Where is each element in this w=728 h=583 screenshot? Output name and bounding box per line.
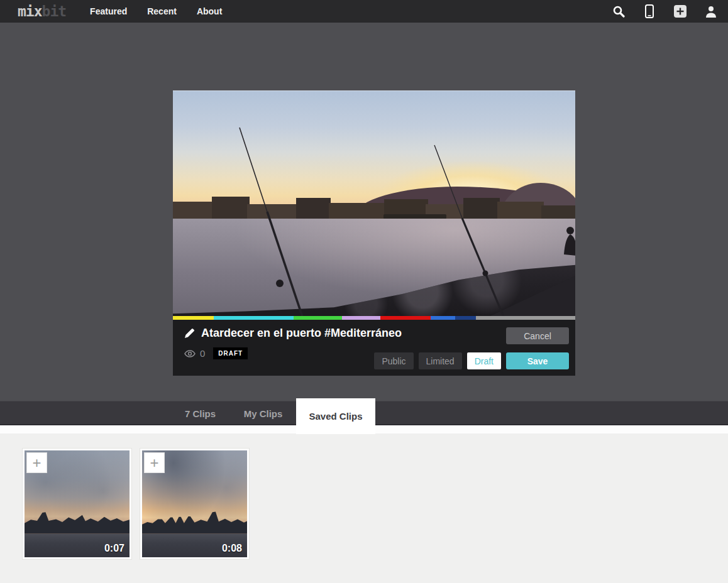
player-stage: Atardecer en el puerto #Mediterráneo 0 D…	[0, 23, 728, 401]
pencil-icon	[184, 328, 195, 339]
video-player[interactable]	[173, 90, 575, 316]
status-badge: DRAFT	[213, 347, 248, 359]
privacy-public-button[interactable]: Public	[374, 352, 413, 369]
saved-clips-grid: + 0:07 + 0:08	[0, 433, 728, 583]
logo-mix: mix	[18, 3, 42, 19]
search-icon[interactable]	[612, 4, 626, 18]
mobile-icon[interactable]	[643, 4, 656, 18]
add-icon[interactable]	[673, 4, 687, 18]
nav-featured[interactable]: Featured	[90, 6, 127, 16]
tab-saved-clips[interactable]: Saved Clips	[296, 398, 375, 434]
tab-7-clips[interactable]: 7 Clips	[170, 401, 230, 425]
views-eye-icon	[184, 350, 196, 357]
header-icons	[612, 4, 718, 18]
nav-about[interactable]: About	[197, 6, 222, 16]
logo-bit: bit	[42, 3, 67, 19]
view-count: 0	[200, 348, 205, 359]
clips-tabbar: 7 Clips My Clips Saved Clips	[0, 401, 728, 425]
add-clip-button[interactable]: +	[144, 452, 165, 473]
save-button[interactable]: Save	[506, 352, 569, 369]
clip-duration: 0:07	[104, 543, 124, 554]
nav-recent[interactable]: Recent	[147, 6, 177, 16]
clip-thumbnail: + 0:07	[25, 450, 130, 557]
privacy-draft-button[interactable]: Draft	[467, 352, 501, 369]
privacy-toggle-group: Public Limited Draft Save	[374, 352, 569, 369]
clip-duration: 0:08	[222, 543, 242, 554]
tab-my-clips[interactable]: My Clips	[230, 401, 296, 425]
clip-thumbnail: + 0:08	[142, 450, 247, 557]
video-title: Atardecer en el puerto #Mediterráneo	[201, 327, 402, 340]
cancel-button[interactable]: Cancel	[506, 327, 569, 344]
top-nav: mixbit Featured Recent About	[0, 0, 728, 23]
video-card: Atardecer en el puerto #Mediterráneo 0 D…	[173, 90, 575, 376]
video-info-bar: Atardecer en el puerto #Mediterráneo 0 D…	[173, 320, 575, 376]
mixbit-logo[interactable]: mixbit	[18, 4, 66, 19]
saved-clip-item[interactable]: + 0:07	[22, 448, 132, 560]
video-fishing-rods	[173, 91, 575, 316]
video-meta: 0 DRAFT	[184, 347, 248, 359]
saved-clip-item[interactable]: + 0:08	[140, 448, 250, 560]
video-title-edit[interactable]: Atardecer en el puerto #Mediterráneo	[184, 327, 402, 340]
user-icon[interactable]	[704, 4, 718, 18]
main-nav: Featured Recent About	[90, 6, 222, 16]
privacy-limited-button[interactable]: Limited	[419, 352, 462, 369]
add-clip-button[interactable]: +	[26, 452, 47, 473]
